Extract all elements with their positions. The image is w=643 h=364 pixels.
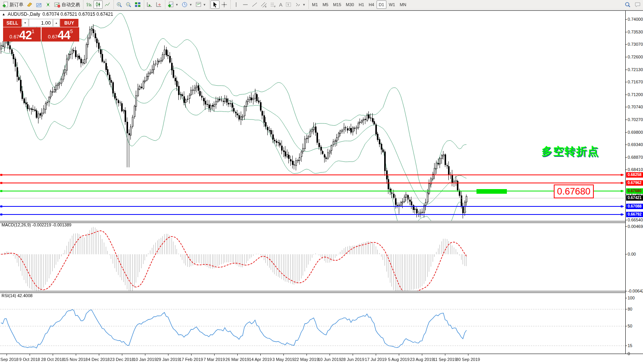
line-drag-handle[interactable]	[621, 190, 623, 192]
current-price-line[interactable]	[0, 198, 624, 198]
channel-button[interactable]: E	[259, 0, 268, 9]
date-axis-tick-mark	[237, 354, 238, 356]
chart-shift-button[interactable]	[154, 0, 163, 9]
bar-chart-button[interactable]	[84, 0, 93, 9]
timeframe-m5[interactable]: M5	[320, 0, 331, 9]
volume-input[interactable]	[29, 19, 53, 27]
buy-price-display[interactable]: 0.67 44 5	[42, 27, 79, 42]
trendline-button[interactable]	[250, 0, 259, 9]
line-drag-handle[interactable]	[0, 206, 2, 208]
horizontal-level-line[interactable]	[0, 206, 624, 207]
volume-up-button[interactable]: ▲	[53, 19, 60, 27]
timeframe-w1[interactable]: W1	[386, 0, 398, 9]
line-drag-handle[interactable]	[0, 182, 2, 184]
line-drag-handle[interactable]	[621, 182, 623, 184]
timeframe-h1[interactable]: H1	[356, 0, 366, 9]
line-drag-handle[interactable]	[0, 214, 2, 216]
label-button[interactable]: T	[284, 0, 293, 9]
auto-scroll-button[interactable]	[145, 0, 154, 9]
date-axis-tick-mark	[468, 354, 468, 356]
svg-text:F: F	[274, 5, 276, 8]
line-drag-handle[interactable]	[0, 174, 2, 176]
line-drag-handle[interactable]	[621, 214, 623, 216]
zoom-out-icon	[125, 2, 132, 8]
vertical-line-button[interactable]	[232, 0, 241, 9]
arrows-button[interactable]: ▼	[293, 0, 307, 9]
date-axis-label: 20 Sep 2018	[0, 357, 18, 362]
zoom-in-icon	[116, 2, 122, 8]
metaeditor-icon	[27, 2, 33, 8]
date-axis-label: 17 Jul 2019	[365, 357, 387, 362]
timeframe-m15[interactable]: M15	[331, 0, 343, 9]
line-drag-handle[interactable]	[621, 206, 623, 208]
signal-icon	[45, 2, 51, 8]
chat-icon[interactable]	[635, 2, 641, 8]
horizontal-level-line[interactable]	[0, 191, 624, 191]
price-axis-tick-label: 0.72130	[628, 67, 643, 72]
line-chart-button[interactable]	[103, 0, 112, 9]
panel-collapse-arrow[interactable]: ▲	[2, 12, 5, 16]
tile-windows-button[interactable]	[133, 0, 142, 9]
date-axis-label: 28 Oct 2018	[41, 357, 64, 362]
indicators-button[interactable]: ▼	[166, 0, 180, 9]
metaeditor-button[interactable]	[25, 0, 34, 9]
date-axis-label: 11 Sep 2019	[433, 357, 457, 362]
line-drag-handle[interactable]	[0, 190, 2, 192]
bull-bear-turning-point-annotation[interactable]: 多空转折点	[541, 144, 599, 159]
price-axis-tag: 0.67680	[626, 188, 643, 194]
label-icon: T	[285, 2, 292, 8]
periods-button[interactable]: ▼	[180, 0, 194, 9]
autotrading-button[interactable]: 自动交易	[53, 0, 82, 9]
date-axis-tick-mark	[168, 354, 168, 356]
templates-caret: ▼	[203, 3, 206, 7]
text-button[interactable]: A	[278, 0, 284, 9]
rsi-axis-tick-label: 15	[628, 343, 632, 348]
chart-symbol-period: AUDUSD-,Daily	[8, 12, 40, 17]
fibonacci-button[interactable]: F	[268, 0, 278, 9]
line-drag-handle[interactable]	[621, 174, 623, 176]
sell-price-small: 0.67	[9, 33, 19, 41]
buy-button[interactable]: BUY	[60, 19, 78, 27]
date-axis-tick-mark	[53, 354, 53, 356]
zoom-out-button[interactable]	[124, 0, 133, 9]
sell-price-display[interactable]: 0.67 42 1	[3, 27, 41, 42]
candlestick-chart-button[interactable]	[93, 0, 103, 9]
price-axis-tick-label: 0.71200	[628, 92, 643, 97]
crosshair-button[interactable]	[220, 0, 229, 9]
timeframe-m1[interactable]: M1	[310, 0, 320, 9]
volume-down-button[interactable]: ▼	[22, 19, 28, 27]
horizontal-level-line[interactable]	[0, 183, 624, 183]
templates-button[interactable]: ▼	[194, 0, 208, 9]
search-icon[interactable]	[625, 2, 631, 8]
price-axis-tick-label: 0.69340	[628, 142, 643, 147]
date-axis-label: 7 Mar 2019	[203, 357, 225, 362]
rsi-panel-top-border	[0, 293, 626, 293]
timeframe-d1[interactable]: D1	[376, 0, 386, 9]
timeframe-m30[interactable]: M30	[343, 0, 356, 9]
horizontal-line-button[interactable]	[241, 0, 250, 9]
timeframe-mn[interactable]: MN	[397, 0, 408, 9]
cursor-button[interactable]	[210, 0, 220, 9]
horizontal-level-line[interactable]	[0, 214, 624, 215]
new-order-button[interactable]: 新订单	[1, 0, 25, 9]
market-watch-button[interactable]	[34, 0, 43, 9]
zoom-in-button[interactable]	[115, 0, 124, 9]
sell-button[interactable]: SELL	[3, 19, 22, 27]
main-chart-canvas[interactable]	[0, 0, 643, 364]
price-axis-tick-label: 0.74000	[628, 17, 643, 22]
horizontal-level-line[interactable]	[0, 175, 624, 175]
date-axis-tick-mark	[376, 354, 376, 356]
price-level-box[interactable]: 0.67680	[554, 184, 594, 198]
chart-title: ▲ AUDUSD-,Daily 0.67074 0.67521 0.67015 …	[2, 12, 113, 17]
signals-button[interactable]	[43, 0, 53, 9]
date-axis-label: 23 Aug 2019	[410, 357, 434, 362]
timeframe-h4[interactable]: H4	[366, 0, 376, 9]
date-axis-label: 9 Oct 2018	[19, 357, 40, 362]
green-highlight-rectangle[interactable]	[476, 189, 507, 194]
macd-panel-top-border	[0, 223, 626, 223]
date-axis-label: 3 May 2019	[272, 357, 294, 362]
price-axis-tick-label: 0.73530	[628, 30, 643, 34]
price-axis-tick-label: 0.72600	[628, 55, 643, 59]
line-chart-icon	[104, 2, 110, 8]
price-axis-tag: 0.68258	[626, 172, 643, 178]
